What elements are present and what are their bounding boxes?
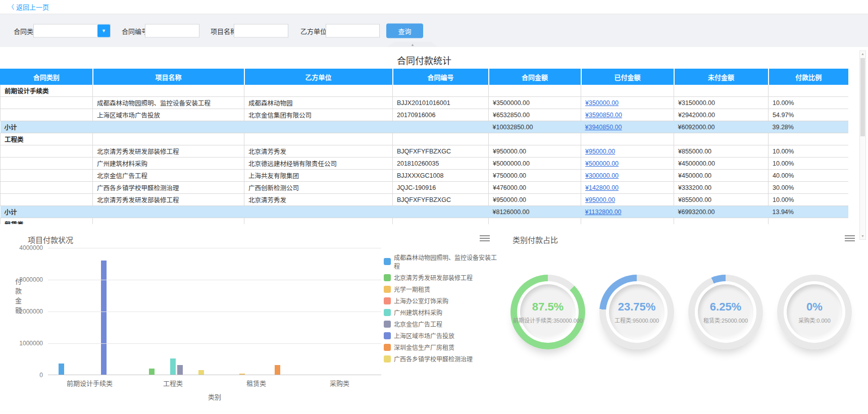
party-b-input[interactable]: [326, 24, 380, 37]
x-category-label: 租赁类: [215, 378, 298, 388]
paid-amount-link[interactable]: ¥142800.00: [585, 184, 619, 191]
legend-item[interactable]: 北京清芳秀发研发部装修工程: [384, 273, 500, 282]
donut-gauge[interactable]: 6.25% 租赁类:25000.000: [688, 275, 763, 349]
gauge-label: 工程类:95000.000: [615, 316, 659, 324]
bar-广西各乡镇学校甲醛检测治理[interactable]: [198, 370, 204, 375]
paid-amount-link[interactable]: ¥95000.00: [585, 148, 615, 155]
table-row: 北京清芳秀发研发部装修工程北京清芳秀发BJQFXFYFBZXGC¥950000.…: [1, 194, 849, 206]
donut-gauges: 87.5% 前期设计手续类:350000.000 23.75% 工程类:9500…: [510, 275, 852, 349]
column-header: 合同金额: [489, 69, 581, 85]
bar-上海区域市场广告投放[interactable]: [101, 261, 107, 375]
collapse-arrow-icon: ▲: [411, 43, 415, 46]
filter-bar: 合同类别 ▼ 合同编号 项目名称 乙方单位 查询 ▲: [0, 14, 868, 47]
table-row: 上海区域市场广告投放北京金信集团有限公司20170916006¥6532850.…: [1, 109, 849, 121]
gauge-label: 采购类:0.000: [798, 316, 831, 324]
project-name-input[interactable]: [234, 24, 288, 37]
legend-item[interactable]: 广西各乡镇学校甲醛检测治理: [384, 354, 500, 363]
x-axis-labels: 前期设计手续类工程类租赁类采购类: [48, 378, 381, 388]
donut-gauge[interactable]: 0% 采购类:0.000: [777, 275, 852, 349]
back-chevron-icon: 〈: [8, 3, 14, 11]
bar-深圳金信生产厂房租赁[interactable]: [275, 365, 280, 375]
subtotal-row: 小计¥8126000.00¥1132800.00¥6993200.0013.94…: [1, 206, 849, 218]
search-button[interactable]: 查询: [386, 23, 423, 38]
gridline: [48, 312, 381, 312]
legend-swatch: [384, 309, 391, 316]
table-row: 广州建筑材料采购北京德远建材经销有限责任公司201810260035¥50000…: [1, 158, 849, 170]
y-tick-label: 2000000: [0, 308, 43, 315]
table-scrollbar[interactable]: ▲ ▼: [859, 50, 866, 240]
bar-chart-plot-area: [48, 248, 381, 375]
category-select[interactable]: ▼: [33, 24, 111, 37]
gauge-percent: 87.5%: [532, 300, 564, 314]
legend-item[interactable]: 成都森林动物园照明、监控设备安装工程: [384, 253, 500, 270]
legend-item[interactable]: 深圳金信生产厂房租赁: [384, 343, 500, 351]
page-title: 合同付款统计: [0, 54, 848, 67]
bar-chart-title: 项目付款状况: [28, 234, 73, 245]
paid-amount-link[interactable]: ¥3590850.00: [585, 112, 622, 119]
legend-swatch: [384, 344, 391, 351]
y-tick-label: 0: [0, 372, 43, 379]
category-group-row: 前期设计手续类: [1, 85, 849, 97]
gridline: [48, 343, 381, 344]
column-header: 付款比例: [769, 69, 849, 85]
paid-amount-link[interactable]: ¥500000.00: [585, 160, 619, 167]
y-tick-label: 4000000: [0, 244, 43, 251]
back-link[interactable]: 〈 返回上一页: [8, 2, 49, 12]
x-category-label: 工程类: [131, 378, 215, 388]
bar-成都森林动物园照明、监控设备安装工程[interactable]: [59, 364, 64, 375]
contract-no-label: 合同编号: [122, 26, 148, 35]
gauge-percent: 6.25%: [710, 300, 741, 314]
legend-swatch: [384, 274, 391, 281]
chevron-down-icon[interactable]: ▼: [97, 24, 110, 37]
column-header: 合同编号: [393, 69, 489, 85]
bar-光学一期租赁[interactable]: [239, 374, 245, 375]
payment-bar-chart-panel: 项目付款状况 付款金额 4000000300000020000001000000…: [0, 230, 500, 407]
category-group-row: 工程类: [1, 133, 849, 145]
top-bar: 〈 返回上一页: [0, 0, 868, 14]
legend-item[interactable]: 上海区域市场广告投放: [384, 331, 500, 340]
gauge-percent: 0%: [806, 300, 823, 314]
gridline: [48, 248, 381, 248]
gauge-label: 前期设计手续类:350000.000: [513, 316, 583, 324]
bar-广州建筑材料采购[interactable]: [170, 358, 176, 375]
donut-gauge[interactable]: 23.75% 工程类:95000.000: [599, 275, 674, 349]
column-header: 项目名称: [93, 69, 244, 85]
contract-no-input[interactable]: [145, 24, 199, 37]
bar-chart-legend: 成都森林动物园照明、监控设备安装工程北京清芳秀发研发部装修工程光学一期租赁上海办…: [384, 253, 500, 363]
donut-gauge[interactable]: 87.5% 前期设计手续类:350000.000: [510, 275, 585, 349]
paid-amount-link[interactable]: ¥300000.00: [585, 172, 619, 179]
bar-北京金信广告工程[interactable]: [177, 365, 183, 375]
table-row: 北京清芳秀发研发部装修工程北京清芳秀发BJQFXFYFBZXGC¥950000.…: [1, 145, 849, 158]
subtotal-row: 小计¥10032850.00¥3940850.00¥6092000.0039.2…: [1, 121, 849, 133]
bar-北京清芳秀发研发部装修工程[interactable]: [149, 369, 155, 375]
project-name-label: 项目名称: [211, 26, 237, 35]
paid-amount-link[interactable]: ¥95000.00: [585, 196, 615, 203]
paid-amount-link[interactable]: ¥1132800.00: [585, 209, 622, 216]
category-group-row: 租赁类: [1, 218, 849, 225]
paid-amount-link[interactable]: ¥350000.00: [585, 99, 619, 107]
donut-chart-menu-icon[interactable]: [845, 235, 855, 243]
gridline: [48, 280, 381, 280]
collapse-filter-handle[interactable]: ▲: [387, 42, 438, 47]
legend-item[interactable]: 广州建筑材料采购: [384, 308, 500, 317]
column-header: 合同类别: [1, 69, 93, 85]
charts-section: 项目付款状况 付款金额 4000000300000020000001000000…: [0, 230, 868, 407]
party-b-label: 乙方单位: [300, 26, 327, 35]
gauge-label: 租赁类:25000.000: [703, 316, 748, 324]
scroll-up-icon[interactable]: ▲: [860, 51, 865, 57]
legend-item[interactable]: 光学一期租赁: [384, 285, 500, 293]
legend-swatch: [384, 332, 391, 339]
table-row: 北京金信广告工程上海共友有限集团BJJXXXGC1008¥750000.00¥3…: [1, 170, 849, 182]
legend-swatch: [384, 321, 391, 328]
y-tick-label: 1000000: [0, 340, 43, 347]
legend-item[interactable]: 北京金信广告工程: [384, 320, 500, 328]
legend-item[interactable]: 上海办公室灯饰采购: [384, 296, 500, 305]
paid-amount-link[interactable]: ¥3940850.00: [585, 124, 622, 131]
scrollbar-thumb[interactable]: [860, 58, 865, 136]
legend-swatch: [384, 286, 391, 293]
x-category-label: 前期设计手续类: [48, 378, 131, 388]
x-category-label: 采购类: [298, 378, 381, 388]
bar-chart-menu-icon[interactable]: [480, 235, 490, 243]
contract-table-container: 合同类别项目名称乙方单位合同编号合同金额已付金额未付金额付款比例 前期设计手续类…: [0, 69, 848, 224]
y-tick-label: 3000000: [0, 276, 43, 283]
